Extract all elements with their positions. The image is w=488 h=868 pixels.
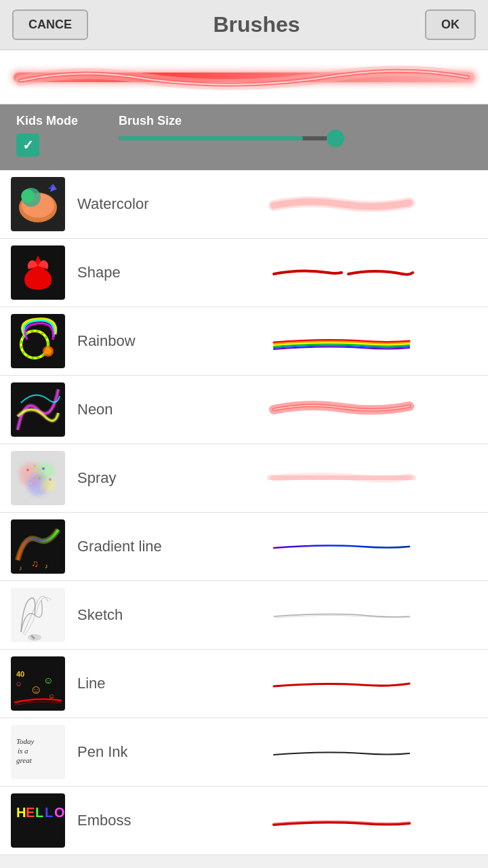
brush-thumb-line: 40 ☺ ☺ ☺ ☺	[11, 656, 65, 711]
brush-name-shape: Shape	[77, 264, 199, 281]
preview-stroke	[14, 73, 474, 82]
brush-name-watercolor: Watercolor	[77, 195, 199, 213]
brush-size-label: Brush Size	[119, 114, 336, 128]
brush-thumb-spray	[11, 451, 65, 505]
brush-preview-neon	[206, 393, 477, 427]
svg-point-7	[45, 348, 52, 355]
svg-point-16	[49, 478, 52, 481]
svg-text:☺: ☺	[15, 679, 22, 688]
svg-point-15	[39, 477, 41, 479]
svg-point-22	[28, 634, 41, 641]
brush-preview-area	[0, 50, 488, 104]
brush-preview-line	[206, 667, 477, 701]
brush-preview-penink	[206, 735, 477, 769]
brush-item-emboss[interactable]: H E L L O Emboss	[0, 787, 488, 855]
svg-point-3	[21, 189, 35, 203]
svg-text:40: 40	[16, 670, 24, 678]
brush-name-penink: Pen Ink	[77, 743, 199, 761]
brush-name-gradient: Gradient line	[77, 538, 199, 555]
brush-item-rainbow[interactable]: Rainbow	[0, 307, 488, 376]
brush-thumb-emboss: H E L L O	[11, 793, 65, 848]
check-icon: ✓	[22, 137, 34, 153]
controls-bar: Kids Mode ✓ Brush Size	[0, 104, 488, 170]
brush-thumb-sketch	[11, 588, 65, 642]
brush-item-penink[interactable]: Today is a great Pen Ink	[0, 718, 488, 787]
svg-text:♫: ♫	[31, 558, 39, 569]
svg-text:O: O	[54, 805, 65, 820]
svg-text:L: L	[45, 805, 53, 820]
kids-mode-label: Kids Mode	[16, 114, 78, 128]
svg-point-13	[34, 465, 36, 467]
ok-button[interactable]: OK	[425, 9, 476, 40]
brush-preview-rainbow	[206, 324, 477, 358]
brush-name-neon: Neon	[77, 401, 199, 418]
brush-list: Watercolor Shape	[0, 170, 488, 855]
kids-mode-group: Kids Mode ✓	[16, 114, 78, 157]
brush-preview-sketch	[206, 598, 477, 632]
brush-size-group: Brush Size	[119, 114, 336, 140]
header: CANCE Brushes OK	[0, 0, 488, 50]
brush-item-shape[interactable]: Shape	[0, 239, 488, 307]
svg-text:Today: Today	[16, 737, 35, 745]
brush-preview-watercolor	[206, 187, 477, 221]
brush-item-neon[interactable]: Neon	[0, 376, 488, 444]
brush-name-sketch: Sketch	[77, 606, 199, 624]
brush-thumb-watercolor	[11, 177, 65, 231]
slider-fill	[119, 136, 303, 140]
brush-thumb-rainbow	[11, 314, 65, 368]
brush-preview-shape	[206, 256, 477, 290]
brush-thumb-penink: Today is a great	[11, 725, 65, 779]
brush-item-gradient[interactable]: ♪ ♫ ♪ Gradient line	[0, 513, 488, 581]
svg-point-12	[26, 469, 29, 471]
brush-name-emboss: Emboss	[77, 812, 199, 829]
svg-point-17	[30, 483, 33, 485]
svg-text:♪: ♪	[45, 562, 48, 570]
svg-text:☺: ☺	[43, 675, 53, 686]
svg-point-14	[42, 467, 45, 470]
brush-size-slider[interactable]	[119, 136, 336, 140]
brush-name-spray: Spray	[77, 469, 199, 487]
brush-thumb-shape	[11, 245, 65, 300]
brush-item-spray[interactable]: Spray	[0, 444, 488, 513]
slider-thumb[interactable]	[327, 130, 344, 147]
brush-preview-gradient	[206, 530, 477, 564]
brush-preview-emboss	[206, 804, 477, 837]
brush-thumb-neon	[11, 382, 65, 437]
brush-preview-spray	[206, 461, 477, 495]
page-title: Brushes	[213, 12, 300, 37]
svg-text:☺: ☺	[30, 683, 42, 696]
svg-text:is a: is a	[18, 747, 28, 755]
cancel-button[interactable]: CANCE	[12, 9, 88, 40]
slider-track	[119, 136, 336, 140]
svg-point-11	[41, 478, 55, 492]
svg-text:♪: ♪	[19, 564, 22, 572]
brush-item-watercolor[interactable]: Watercolor	[0, 170, 488, 239]
svg-text:L: L	[35, 805, 43, 820]
brush-name-rainbow: Rainbow	[77, 332, 199, 350]
brush-item-sketch[interactable]: Sketch	[0, 581, 488, 650]
brush-name-line: Line	[77, 675, 199, 692]
svg-text:H: H	[16, 805, 26, 820]
svg-text:great: great	[16, 756, 33, 764]
brush-thumb-gradient: ♪ ♫ ♪	[11, 519, 65, 574]
brush-item-line[interactable]: 40 ☺ ☺ ☺ ☺ Line	[0, 650, 488, 718]
svg-text:E: E	[26, 805, 35, 820]
kids-mode-checkbox[interactable]: ✓	[16, 134, 39, 157]
